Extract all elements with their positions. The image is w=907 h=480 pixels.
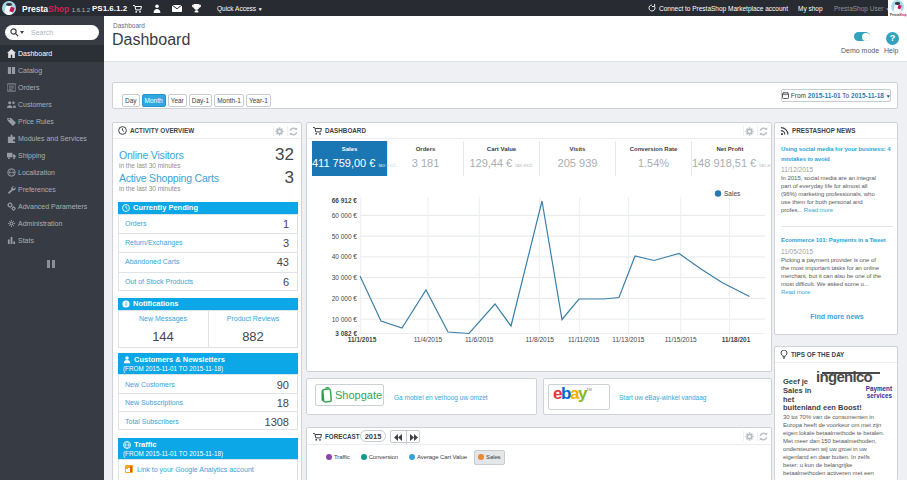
svg-text:11/8/2015: 11/8/2015	[525, 336, 554, 343]
svg-text:11/13/2015: 11/13/2015	[612, 336, 644, 343]
svg-text:11/11/2015: 11/11/2015	[568, 336, 600, 343]
svg-text:50 000 €: 50 000 €	[332, 233, 358, 240]
svg-text:30 000 €: 30 000 €	[332, 274, 358, 281]
svg-text:40 000 €: 40 000 €	[332, 253, 358, 260]
svg-text:10 000 €: 10 000 €	[332, 316, 358, 323]
svg-text:11/15/2015: 11/15/2015	[665, 336, 697, 343]
svg-text:11/4/2015: 11/4/2015	[414, 336, 443, 343]
svg-text:11/18/201: 11/18/201	[722, 336, 751, 343]
svg-text:66 912 €: 66 912 €	[332, 197, 358, 204]
svg-text:Sales: Sales	[724, 190, 741, 197]
svg-text:20 000 €: 20 000 €	[332, 295, 358, 302]
svg-text:60 000 €: 60 000 €	[332, 212, 358, 219]
svg-text:11/6/2015: 11/6/2015	[465, 336, 494, 343]
svg-text:11/1/2015: 11/1/2015	[348, 336, 377, 343]
